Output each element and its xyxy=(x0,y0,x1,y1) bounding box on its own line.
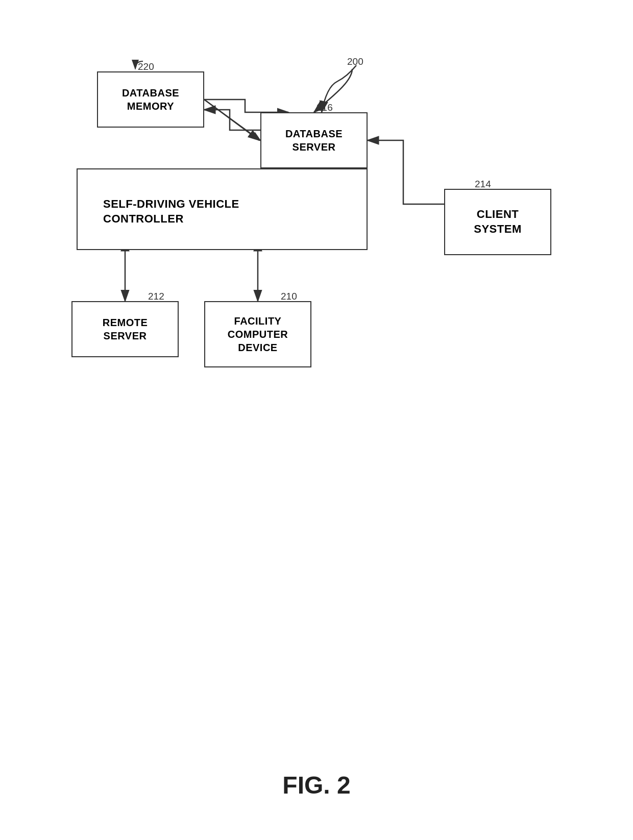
ref-200: 200 xyxy=(347,56,363,67)
sdv-controller-label: SELF-DRIVING VEHICLE CONTROLLER xyxy=(88,192,239,226)
remote-server-label: REMOTE SERVER xyxy=(103,316,148,342)
ref-212: 212 xyxy=(148,291,164,302)
svg-line-7 xyxy=(204,100,260,140)
database-memory-box: DATABASE MEMORY xyxy=(97,71,204,128)
client-system-box: CLIENT SYSTEM xyxy=(444,189,551,255)
database-memory-label: DATABASE MEMORY xyxy=(122,86,179,113)
ref-216: 216 xyxy=(316,102,333,113)
facility-computer-label: FACILITY COMPUTER DEVICE xyxy=(228,314,288,354)
svg-line-4 xyxy=(204,100,259,140)
database-server-label: DATABASE SERVER xyxy=(285,127,343,154)
database-server-box: DATABASE SERVER xyxy=(260,112,368,168)
ref-220-curve xyxy=(133,59,153,74)
diagram: DATABASE MEMORY 220 DATABASE SERVER 216 … xyxy=(31,31,602,541)
ref-210: 210 xyxy=(281,291,297,302)
ref-214: 214 xyxy=(475,179,491,190)
facility-computer-box: FACILITY COMPUTER DEVICE xyxy=(204,301,311,367)
client-system-label: CLIENT SYSTEM xyxy=(474,207,521,236)
sdv-controller-box: 110 SELF-DRIVING VEHICLE CONTROLLER xyxy=(77,168,368,250)
figure-label: FIG. 2 xyxy=(282,771,350,799)
remote-server-box: REMOTE SERVER xyxy=(71,301,179,357)
